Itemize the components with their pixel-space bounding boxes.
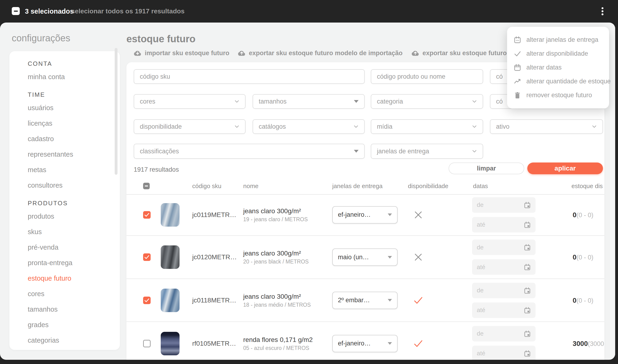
select-all-checkbox[interactable] (12, 7, 20, 15)
cloud-upload-icon (411, 50, 419, 57)
delivery-window-select[interactable]: 2º embar… (332, 292, 398, 309)
row-checkbox[interactable] (143, 253, 151, 261)
cloud-download-icon (134, 50, 141, 57)
product-image[interactable] (161, 203, 179, 227)
date-from-field[interactable]: de (472, 283, 536, 298)
sidebar-item-pronta-entrega[interactable]: pronta-entrega (28, 255, 120, 271)
select-all-results-link[interactable]: selecionar todos os 1917 resultados (71, 8, 185, 15)
menu-item-alterar-disponibilidade[interactable]: alterar disponibilidade (507, 47, 609, 61)
product-name-cell: jeans claro 300g/m² 18 - jeans médio / M… (243, 293, 311, 308)
date-from-field[interactable]: de (472, 240, 536, 255)
sidebar-scrollbar-thumb[interactable] (115, 48, 118, 175)
calendar-icon (514, 64, 521, 71)
date-to-field[interactable]: até (472, 346, 536, 360)
product-image[interactable] (161, 332, 179, 355)
row-checkbox[interactable] (143, 340, 151, 347)
caret-down-icon (388, 299, 392, 301)
sidebar-item-estoque-futuro[interactable]: estoque futuro (28, 271, 120, 286)
product-image[interactable] (161, 246, 179, 269)
settings-sidebar: CONTA minha conta TIME usuários licenças… (9, 51, 120, 350)
apply-button[interactable]: aplicar (527, 163, 603, 174)
sidebar-item-produtos[interactable]: produtos (28, 208, 120, 224)
caret-down-icon (354, 100, 359, 103)
date-from-field[interactable]: de (472, 197, 536, 213)
cloud-upload-icon (238, 50, 245, 57)
sidebar-item-usuarios[interactable]: usuários (28, 100, 120, 116)
product-variant: 05 - azul escuro / METROS (243, 345, 313, 351)
sidebar-item-skus[interactable]: skus (28, 224, 120, 240)
row-checkbox[interactable] (143, 211, 151, 219)
delivery-window-select[interactable]: ef-janeiro… (332, 206, 398, 223)
delivery-window-select[interactable]: ef-janeiro… (332, 335, 398, 352)
chevron-down-icon (234, 100, 240, 103)
calendar-icon (524, 264, 531, 270)
delivery-window-select[interactable]: maio (un… (332, 248, 398, 266)
export-sku-link[interactable]: exportar sku estoque futuro p (411, 48, 512, 58)
import-sku-label: importar sku estoque futuro (145, 50, 229, 57)
calendar-icon (524, 307, 531, 313)
filter-ativo-select[interactable]: ativo (490, 119, 603, 134)
sidebar-section-time: TIME (28, 89, 120, 100)
sidebar-item-grades[interactable]: grades (28, 317, 120, 333)
header-select-all-checkbox[interactable] (143, 183, 150, 189)
date-to-field[interactable]: até (472, 259, 536, 275)
date-from-field[interactable]: de (472, 326, 536, 341)
calendar-icon (524, 221, 531, 228)
dates-cell: de até (472, 279, 536, 322)
page-scrollbar-track (610, 23, 615, 360)
sidebar-item-pre-venda[interactable]: pré-venda (28, 240, 120, 255)
filter-catalogos-select[interactable]: catálogos (253, 119, 365, 134)
dates-cell: de até (472, 322, 536, 360)
filter-codigo-produto-input[interactable] (371, 69, 483, 84)
product-name: jeans claro 300g/m² (243, 207, 308, 215)
date-to-field[interactable]: até (472, 217, 536, 233)
export-sku-template-link[interactable]: exportar sku estoque futuro modelo de im… (238, 48, 403, 58)
sidebar-item-consultores[interactable]: consultores (28, 178, 120, 193)
filter-codigo-sku-input[interactable] (134, 69, 365, 84)
sidebar-item-licencas[interactable]: licenças (28, 116, 120, 131)
filter-categoria-select[interactable]: categoria (371, 94, 483, 109)
col-nome: nome (243, 182, 258, 190)
product-name-cell: renda flores 0,171 g/m2 05 - azul escuro… (243, 336, 313, 351)
import-sku-link[interactable]: importar sku estoque futuro (134, 48, 229, 58)
filter-cores-select[interactable]: cores (134, 94, 245, 109)
chevron-down-icon (472, 125, 477, 128)
table-row: rf0105METR… renda flores 0,171 g/m2 05 -… (126, 322, 604, 360)
sku-code: jc0118METR… (192, 297, 236, 304)
menu-item-alterar-janelas[interactable]: alterar janelas de entrega (507, 33, 609, 47)
menu-item-alterar-datas[interactable]: alterar datas (507, 61, 609, 75)
filter-classificacoes-select[interactable]: classificações (134, 144, 365, 159)
table-row: jc0120METR… jeans claro 300g/m² 20 - jea… (126, 236, 604, 279)
filter-midia-select[interactable]: mídia (371, 119, 483, 134)
sidebar-item-representantes[interactable]: representantes (28, 146, 120, 162)
sidebar-item-cadastro[interactable]: cadastro (28, 131, 120, 146)
trend-line-icon (514, 78, 521, 85)
unavailable-x-icon (414, 210, 423, 220)
chevron-down-icon (353, 125, 359, 128)
sidebar-item-minha-conta[interactable]: minha conta (28, 69, 120, 85)
row-checkbox[interactable] (143, 297, 151, 304)
filter-tamanhos-select[interactable]: tamanhos (253, 94, 365, 109)
product-variant: 18 - jeans médio / METROS (243, 301, 311, 308)
filter-disponibilidade-select[interactable]: disponibilidade (134, 119, 245, 134)
date-to-field[interactable]: até (472, 302, 536, 318)
chevron-down-icon (234, 125, 240, 128)
calendar-icon (524, 330, 531, 337)
caret-down-icon (388, 256, 392, 259)
stock-value: 0(0 - 0) (573, 211, 604, 219)
sidebar-item-tamanhos[interactable]: tamanhos (28, 301, 120, 317)
menu-item-remover-estoque[interactable]: remover estoque futuro (507, 88, 609, 102)
filter-janelas-entrega-select[interactable]: janelas de entrega (371, 144, 483, 159)
sidebar-item-metas[interactable]: metas (28, 162, 120, 178)
product-name-cell: jeans claro 300g/m² 19 - jeans claro / M… (243, 207, 308, 222)
page-title: estoque futuro (126, 33, 196, 45)
sidebar-item-cores[interactable]: cores (28, 286, 120, 301)
table-row: jc0119METR… jeans claro 300g/m² 19 - jea… (126, 194, 604, 236)
table-header: código sku nome janelas de entrega dispo… (126, 181, 604, 191)
sidebar-item-categorias[interactable]: categorias (28, 333, 120, 348)
available-check-icon (414, 296, 423, 305)
product-image[interactable] (161, 289, 179, 312)
kebab-menu-icon[interactable] (598, 3, 607, 19)
clear-button[interactable]: limpar (449, 163, 524, 174)
menu-item-alterar-quantidade[interactable]: alterar quantidade de estoque (507, 75, 609, 88)
